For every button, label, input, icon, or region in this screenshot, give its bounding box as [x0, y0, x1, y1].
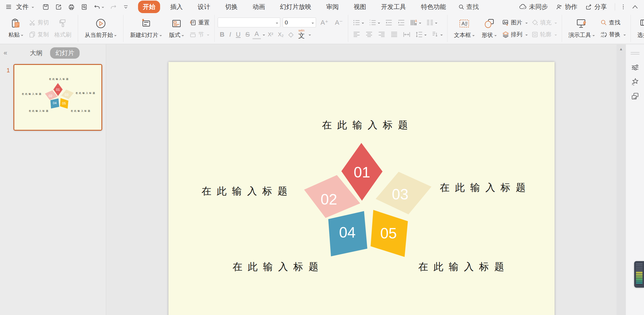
shapes-button[interactable]: 形状: [478, 15, 500, 42]
bullet-list-button[interactable]: [351, 18, 366, 27]
decrease-indent-button[interactable]: [383, 18, 394, 27]
tab-animation[interactable]: 动画: [248, 1, 270, 13]
save-icon[interactable]: [42, 4, 49, 10]
object-properties-button[interactable]: [626, 60, 644, 75]
increase-indent-button[interactable]: [396, 18, 407, 27]
tab-slideshow[interactable]: 幻灯片放映: [275, 1, 316, 13]
justify-button[interactable]: [389, 30, 400, 39]
new-slide-icon: [141, 18, 151, 29]
section-button[interactable]: 节: [188, 30, 211, 39]
tab-special-features[interactable]: 特色功能: [416, 1, 451, 13]
play-from-current-button[interactable]: 从当前开始: [81, 15, 120, 42]
paragraph-settings-button[interactable]: [430, 30, 444, 39]
layout-button[interactable]: 版式: [165, 15, 188, 42]
strikethrough-button[interactable]: S: [243, 30, 252, 39]
share-button[interactable]: 分享: [585, 3, 607, 11]
columns-button[interactable]: [425, 18, 439, 27]
reset-button[interactable]: 重置: [188, 18, 211, 27]
bold-button[interactable]: B: [218, 30, 227, 39]
more-options-button[interactable]: [623, 4, 624, 10]
dock-widget[interactable]: [634, 261, 644, 288]
arrange-button[interactable]: 排列: [500, 30, 530, 39]
presentation-tools-button[interactable]: 演示工具: [565, 15, 598, 42]
cut-button[interactable]: 剪切: [27, 18, 51, 27]
vertical-scrollbar[interactable]: ▲: [617, 44, 626, 315]
sidebar-drag-handle[interactable]: [626, 46, 644, 60]
tab-transition[interactable]: 切换: [220, 1, 242, 13]
tab-review[interactable]: 审阅: [321, 1, 343, 13]
grow-font-button[interactable]: A⁺: [318, 18, 330, 27]
subscript-button[interactable]: X₂: [276, 30, 286, 39]
clear-format-button[interactable]: ◇: [286, 30, 295, 39]
smart-effects-button[interactable]: [626, 75, 644, 89]
phonetic-guide-button[interactable]: wén 文: [296, 30, 307, 39]
numbered-list-button[interactable]: [367, 18, 382, 27]
menubar-find-button[interactable]: 查找: [458, 3, 479, 11]
collapse-ribbon-icon[interactable]: [631, 4, 639, 9]
caret-down-icon: [494, 35, 497, 38]
tab-insert[interactable]: 插入: [165, 1, 188, 13]
title-bottom-right[interactable]: 在此输入标题: [71, 109, 91, 112]
scroll-up-icon[interactable]: ▲: [619, 47, 623, 315]
textbox-button[interactable]: A 文本框: [451, 15, 478, 42]
title-left[interactable]: 在此输入标题: [202, 185, 293, 198]
line-spacing-button[interactable]: [414, 30, 428, 39]
tab-home[interactable]: 开始: [138, 1, 160, 13]
collapse-panel-icon[interactable]: «: [4, 49, 7, 57]
editing-canvas[interactable]: 01 02 03 04 05 在此输入标题 在此输入标题 在此输入标题 在此输入…: [106, 44, 617, 315]
superscript-button[interactable]: X²: [266, 30, 275, 39]
title-bottom-left[interactable]: 在此输入标题: [29, 109, 49, 112]
main-menu-button[interactable]: [5, 4, 12, 10]
title-right[interactable]: 在此输入标题: [440, 181, 531, 194]
tab-outline[interactable]: 大纲: [30, 49, 42, 57]
title-top[interactable]: 在此输入标题: [322, 118, 413, 132]
outline-button[interactable]: 轮廓: [530, 30, 559, 39]
title-left[interactable]: 在此输入标题: [22, 92, 42, 95]
picture-button[interactable]: 图片: [500, 18, 530, 27]
title-bottom-right[interactable]: 在此输入标题: [418, 260, 510, 274]
slide-thumbnail[interactable]: 01 02 03 04 05 在此输入标题 在此输入标题 在此输入标题 在此输入…: [13, 64, 102, 131]
font-size-combobox[interactable]: 0: [283, 18, 316, 27]
paste-button[interactable]: 粘贴: [5, 15, 27, 42]
shrink-font-button[interactable]: A⁻: [333, 18, 345, 27]
tab-devtools[interactable]: 开发工具: [376, 1, 411, 13]
tab-design[interactable]: 设计: [193, 1, 215, 13]
select-button[interactable]: 选择: [634, 15, 644, 42]
replace-button[interactable]: ABAC 替换: [598, 30, 628, 39]
svg-text:A: A: [462, 21, 465, 26]
italic-button[interactable]: I: [227, 30, 233, 39]
collaborate-button[interactable]: 协作: [556, 3, 578, 11]
align-left-button[interactable]: [351, 30, 362, 39]
redo-icon[interactable]: [110, 4, 117, 10]
text-direction-button[interactable]: A: [408, 18, 423, 27]
print-preview-icon[interactable]: [81, 4, 88, 10]
title-top[interactable]: 在此输入标题: [49, 78, 69, 81]
number-04: 04: [53, 101, 57, 105]
fill-button[interactable]: 填充: [530, 18, 559, 27]
new-slide-button[interactable]: 新建幻灯片: [126, 15, 165, 42]
customize-toolbar-icon[interactable]: [123, 4, 129, 10]
align-right-button[interactable]: [376, 30, 387, 39]
find-button[interactable]: 查找: [598, 18, 628, 27]
share-label: 分享: [595, 3, 607, 11]
undo-button[interactable]: [94, 4, 104, 10]
tab-view[interactable]: 视图: [349, 1, 371, 13]
sync-status[interactable]: 未同步: [519, 3, 548, 11]
align-center-button[interactable]: [364, 30, 374, 39]
font-name-combobox[interactable]: [218, 18, 280, 27]
print-icon[interactable]: [68, 4, 75, 10]
format-painter-button[interactable]: 格式刷: [51, 15, 75, 42]
underline-button[interactable]: U: [234, 30, 243, 39]
export-icon[interactable]: [55, 4, 62, 10]
slide-page[interactable]: 01 02 03 04 05 在此输入标题 在此输入标题 在此输入标题 在此输入…: [168, 62, 555, 315]
font-color-button[interactable]: A: [253, 30, 261, 39]
distribute-text-button[interactable]: [401, 30, 412, 39]
tab-slides[interactable]: 幻灯片: [50, 47, 80, 59]
number-05: 05: [380, 225, 397, 242]
transition-pane-button[interactable]: [626, 89, 644, 103]
title-bottom-left[interactable]: 在此输入标题: [233, 260, 324, 274]
copy-button[interactable]: 复制: [27, 30, 51, 39]
title-right[interactable]: 在此输入标题: [75, 92, 96, 95]
ribbon-toolbar: 粘贴 剪切 复制 格式刷 从当前开始 新建幻灯片: [0, 14, 644, 44]
file-menu[interactable]: 文件: [16, 3, 34, 11]
